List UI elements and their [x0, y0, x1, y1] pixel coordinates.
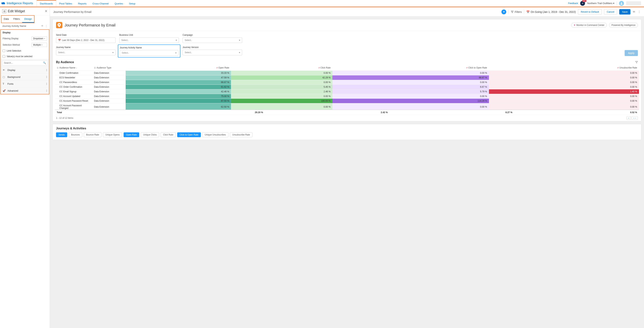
cell-name: CC Account Password Reset [55, 99, 92, 103]
pill-bounces[interactable]: Bounces [69, 132, 82, 137]
col-audience-type[interactable]: ☰Audience Type [92, 65, 126, 71]
journey-card: Journey Performance by Email ✦Monitor in… [52, 19, 642, 121]
journey-name-select[interactable]: Select..▾ [56, 50, 116, 55]
limit-selection-row[interactable]: Limit Selection [1, 48, 49, 54]
table-scroll[interactable]: ☰Audience Name ↓ ☰Audience Type #Open Ra… [55, 65, 639, 110]
by-audience-title: By Audience [56, 60, 635, 64]
filtering-display-label: Filtering Display [2, 37, 32, 40]
expand-icon[interactable]: ↔ [626, 116, 631, 120]
table-row[interactable]: CC Account Password Reset Data Extension… [55, 99, 639, 103]
total-row: Total 29.20 % 2.42 % 8.27 % 0.52 % [55, 110, 639, 115]
org-name[interactable]: Northern Trail Outfitters ▾ [587, 2, 614, 5]
monitor-button[interactable]: ✦Monitor in Command Center [571, 23, 607, 28]
top-tab-pivot-tables[interactable]: Pivot Tables [56, 0, 75, 6]
top-tab-reports[interactable]: Reports [75, 0, 90, 6]
table-row[interactable]: ECS Newsletter Data Extension 47.59 % 42… [55, 76, 639, 80]
cell-cto: 5.79 % [332, 89, 489, 94]
pill-click-rate[interactable]: Click Rate [161, 132, 176, 137]
cell-unsub: 0.00 % [489, 103, 639, 110]
visibility-icon[interactable]: 👁 [41, 24, 44, 27]
search-input[interactable] [2, 60, 48, 65]
funnel-icon[interactable] [635, 61, 638, 64]
col-open-rate[interactable]: #Open Rate [126, 65, 231, 71]
pill-click-to-open-rate[interactable]: Click to Open Rate [177, 132, 201, 137]
date-range[interactable]: 📅 On Going (Jan 1, 2019 - Dec 31, 2022) [526, 10, 576, 14]
pill-unique-unsubscribes[interactable]: Unique Unsubscribes [202, 132, 228, 137]
search-row: 🔍 [1, 59, 49, 66]
pill-open-rate[interactable]: Open Rate [124, 132, 139, 137]
table-row[interactable]: Order Confirmation Data Extension 33.33 … [55, 71, 639, 76]
table-row[interactable]: CC Account Password Changed Data Extensi… [55, 103, 639, 110]
chevron-down-icon: ▾ [112, 51, 114, 54]
pill-unique-opens[interactable]: Unique Opens [103, 132, 122, 137]
filtering-display-row: Filtering Display Dropdown▾ [1, 35, 49, 42]
cell-open: 42.46 % [126, 89, 231, 94]
close-icon[interactable]: ✕ [45, 9, 48, 13]
notification-icon[interactable]: 99+ [580, 1, 585, 6]
more-icon[interactable]: ⋮ [45, 24, 48, 27]
apply-button[interactable]: Apply [625, 50, 638, 56]
values-required-row[interactable]: Value(s) must be selected [1, 54, 49, 59]
top-tab-queries[interactable]: Queries [112, 0, 126, 6]
powered-button[interactable]: Powered By Intelligence [609, 23, 638, 28]
pill-bounce-rate[interactable]: Bounce Rate [84, 132, 102, 137]
pill-unique-clicks[interactable]: Unique Clicks [141, 132, 159, 137]
filtering-display-select[interactable]: Dropdown▾ [32, 36, 47, 40]
campaign-select[interactable]: Select..▾ [182, 38, 242, 43]
col-click-rate[interactable]: #Click Rate [231, 65, 332, 71]
cell-cto: 0.00 % [332, 103, 489, 110]
cell-click: 100.00 % [231, 99, 332, 103]
table-row[interactable]: CC Account Updated Data Extension 75.00 … [55, 94, 639, 99]
cell-unsub: 0.00 % [489, 71, 639, 76]
pill-row: SendsBouncesBounce RateUnique OpensOpen … [56, 132, 638, 137]
top-tab-cross-channel[interactable]: Cross-Channel [90, 0, 112, 6]
collapse-icon[interactable]: →← [632, 116, 638, 120]
pill-sends[interactable]: Sends [56, 132, 67, 137]
group-display[interactable]: 👁Display▴▾ [1, 66, 49, 73]
save-button[interactable]: Save [619, 9, 630, 14]
cell-unsub: 0.00 % [489, 94, 639, 99]
display-section-label: Display [1, 30, 49, 35]
cell-type: Data Extension [92, 103, 126, 110]
group-background[interactable]: ▢Background▴▾ [1, 73, 49, 80]
checkbox-icon [2, 55, 5, 58]
filter-business-unit: Business Unit Select..▾ [119, 34, 179, 43]
group-advanced[interactable]: 🚀Advanced▴▾ [1, 87, 49, 94]
menu-icon[interactable]: ⋮ [638, 10, 641, 14]
selection-method-select[interactable]: Multiple▾ [32, 43, 47, 47]
table-row[interactable]: CC Order Confirmation Data Extension 81.… [55, 85, 639, 89]
chevron-down-icon: ▾ [239, 51, 240, 54]
filters-button[interactable]: Filters [511, 10, 522, 14]
pill-unsubscribe-rate[interactable]: Unsubscribe Rate [230, 132, 252, 137]
table-row[interactable]: CC Email Signup Data Extension 42.46 % 2… [55, 89, 639, 94]
business-unit-select[interactable]: Select..▾ [119, 38, 179, 43]
tab-data[interactable]: Data [2, 16, 11, 23]
filter-journey-activity: Journey Activity Name Select..▾ [118, 44, 180, 58]
journey-version-select[interactable]: Select..▾ [182, 50, 242, 55]
preview-icon[interactable]: 👁 [633, 10, 636, 14]
send-date-input[interactable]: 📅Last 30 Days (Dec 2, 2022 - Dec 31, 202… [56, 38, 116, 43]
journey-activity-select[interactable]: Select..▾ [120, 50, 178, 56]
card-title: Journey Performance by Email [64, 23, 569, 27]
add-button[interactable]: + [502, 10, 506, 14]
cancel-button[interactable]: Cancel [604, 9, 617, 14]
avatar[interactable] [619, 1, 624, 6]
search-placeholder-box[interactable] [626, 1, 641, 6]
top-tab-setup[interactable]: Setup [126, 0, 138, 6]
top-tab-dashboards[interactable]: Dashboards [37, 0, 56, 6]
design-panel: Display Filtering Display Dropdown▾ Sele… [0, 30, 49, 94]
col-unsub-rate[interactable]: #Unsubscribe Rate [489, 65, 639, 71]
top-right: Feedback 99+ Northern Trail Outfitters ▾ [568, 1, 642, 6]
group-fonts[interactable]: 𝐓Fonts▴▾ [1, 80, 49, 87]
feedback-link[interactable]: Feedback [568, 2, 578, 5]
revert-button[interactable]: Revert to Default [578, 9, 602, 14]
col-audience-name[interactable]: ☰Audience Name ↓ [55, 65, 92, 71]
display-icon: 👁 [2, 69, 6, 72]
sort-icon: ▴▾ [46, 76, 47, 78]
table-row[interactable]: CC Passwordless Data Extension 66.67 % 0… [55, 80, 639, 85]
cell-unsub: 0.00 % [489, 76, 639, 80]
col-cto-rate[interactable]: #Click to Open Rate [332, 65, 489, 71]
tab-filters[interactable]: Filters [11, 16, 22, 23]
cell-name: CC Passwordless [55, 80, 92, 85]
tab-design[interactable]: Design [22, 16, 34, 23]
